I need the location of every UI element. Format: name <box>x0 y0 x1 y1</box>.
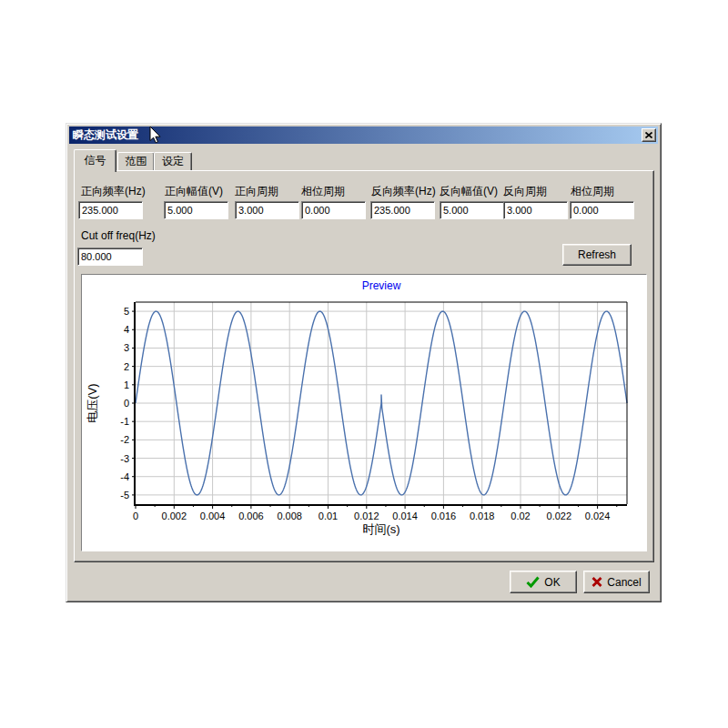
field-label-rev-freq: 反向频率(Hz) <box>371 184 436 199</box>
cutoff-freq-input[interactable] <box>77 248 143 266</box>
tab-strip: 信号 范围 设定 <box>74 149 256 171</box>
input-rev-freq[interactable] <box>370 201 435 219</box>
svg-text:0.004: 0.004 <box>200 511 226 521</box>
svg-text:-3: -3 <box>120 453 129 464</box>
svg-text:0.018: 0.018 <box>470 511 495 521</box>
close-button[interactable] <box>642 128 656 142</box>
cutoff-freq-label: Cut off freq(Hz) <box>81 229 156 242</box>
field-label-phase-1: 相位周期 <box>301 184 345 199</box>
svg-text:0.014: 0.014 <box>392 511 418 521</box>
svg-text:0.012: 0.012 <box>354 511 379 521</box>
cancel-cross-icon <box>592 577 602 587</box>
svg-text:-5: -5 <box>120 490 129 500</box>
ok-button[interactable]: OK <box>510 571 577 593</box>
field-label-rev-period: 反向周期 <box>503 184 547 199</box>
svg-text:5: 5 <box>124 306 129 317</box>
input-rev-period[interactable] <box>503 201 568 219</box>
mouse-cursor-icon <box>149 126 161 144</box>
cancel-button[interactable]: Cancel <box>583 571 650 593</box>
svg-text:-1: -1 <box>120 416 129 427</box>
ok-check-icon <box>526 576 540 588</box>
svg-text:电压(V): 电压(V) <box>86 383 99 422</box>
tab-range[interactable]: 范围 <box>117 152 155 171</box>
svg-text:0: 0 <box>133 511 138 521</box>
svg-text:0.002: 0.002 <box>162 511 187 521</box>
svg-text:1: 1 <box>124 379 129 390</box>
svg-text:0.008: 0.008 <box>277 511 302 521</box>
svg-text:0.016: 0.016 <box>431 511 457 521</box>
window-title: 瞬态测试设置 <box>69 127 138 143</box>
svg-text:0: 0 <box>124 398 129 409</box>
svg-text:Preview: Preview <box>362 279 401 292</box>
refresh-button[interactable]: Refresh <box>562 244 632 266</box>
input-phase-2[interactable] <box>570 201 634 219</box>
ok-button-label: OK <box>544 576 560 589</box>
input-fwd-freq[interactable] <box>78 201 143 219</box>
input-fwd-amp[interactable] <box>164 201 228 219</box>
svg-text:3: 3 <box>124 342 129 353</box>
svg-text:0.022: 0.022 <box>547 511 572 521</box>
field-label-phase-2: 相位周期 <box>571 184 614 199</box>
cancel-button-label: Cancel <box>607 576 641 589</box>
svg-text:-2: -2 <box>120 434 129 445</box>
signal-tab-page: 正向频率(Hz) 正向幅值(V) 正向周期 相位周期 反向频率(Hz) 反向幅值… <box>74 170 654 562</box>
field-label-fwd-amp: 正向幅值(V) <box>165 184 223 199</box>
svg-text:0.024: 0.024 <box>585 511 611 521</box>
dialog-window: 瞬态测试设置 信号 范围 设定 正向频率(Hz) 正向幅值(V) 正向周期 相位… <box>66 123 662 602</box>
svg-text:0.006: 0.006 <box>238 511 264 521</box>
svg-text:0.02: 0.02 <box>511 511 530 521</box>
input-phase-1[interactable] <box>301 201 366 219</box>
tab-signal[interactable]: 信号 <box>74 149 116 172</box>
input-fwd-period[interactable] <box>235 201 299 219</box>
svg-text:0.01: 0.01 <box>318 511 338 521</box>
field-label-fwd-period: 正向周期 <box>235 184 278 199</box>
svg-text:2: 2 <box>124 361 129 372</box>
tab-setting[interactable]: 设定 <box>154 152 192 171</box>
svg-text:-4: -4 <box>120 471 129 482</box>
svg-text:时间(s): 时间(s) <box>362 522 399 536</box>
preview-chart: 543210-1-2-3-4-500.0020.0040.0060.0080.0… <box>82 275 646 551</box>
field-label-rev-amp: 反向幅值(V) <box>440 184 498 199</box>
close-icon <box>645 132 652 138</box>
svg-text:4: 4 <box>124 324 129 335</box>
field-label-fwd-freq: 正向频率(Hz) <box>81 184 146 199</box>
input-rev-amp[interactable] <box>440 201 504 219</box>
preview-chart-panel: 543210-1-2-3-4-500.0020.0040.0060.0080.0… <box>81 274 647 551</box>
